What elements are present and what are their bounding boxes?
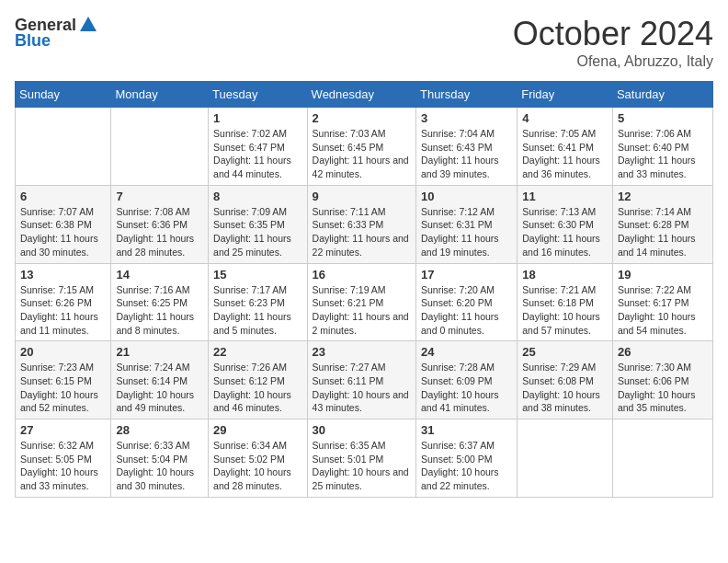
- day-number: 4: [522, 111, 608, 125]
- day-cell: 15Sunrise: 7:17 AM Sunset: 6:23 PM Dayli…: [209, 263, 307, 341]
- day-info: Sunrise: 7:30 AM Sunset: 6:06 PM Dayligh…: [618, 361, 708, 415]
- day-cell: [111, 108, 209, 186]
- day-number: 14: [116, 268, 203, 282]
- day-number: 2: [313, 111, 411, 125]
- day-info: Sunrise: 7:05 AM Sunset: 6:41 PM Dayligh…: [522, 127, 608, 181]
- column-header-thursday: Thursday: [415, 82, 517, 108]
- day-cell: 6Sunrise: 7:07 AM Sunset: 6:38 PM Daylig…: [16, 185, 111, 263]
- day-number: 8: [213, 190, 301, 203]
- week-row-4: 20Sunrise: 7:23 AM Sunset: 6:15 PM Dayli…: [16, 341, 713, 419]
- column-header-tuesday: Tuesday: [209, 82, 307, 108]
- day-cell: 7Sunrise: 7:08 AM Sunset: 6:36 PM Daylig…: [111, 185, 209, 263]
- day-info: Sunrise: 7:16 AM Sunset: 6:25 PM Dayligh…: [116, 283, 203, 338]
- day-cell: 20Sunrise: 7:23 AM Sunset: 6:15 PM Dayli…: [16, 341, 111, 419]
- week-row-3: 13Sunrise: 7:15 AM Sunset: 6:26 PM Dayli…: [16, 263, 713, 341]
- day-info: Sunrise: 7:04 AM Sunset: 6:43 PM Dayligh…: [421, 127, 512, 181]
- day-info: Sunrise: 7:07 AM Sunset: 6:38 PM Dayligh…: [20, 205, 106, 259]
- day-number: 17: [421, 268, 512, 282]
- day-info: Sunrise: 7:23 AM Sunset: 6:15 PM Dayligh…: [20, 361, 106, 415]
- day-info: Sunrise: 7:03 AM Sunset: 6:45 PM Dayligh…: [313, 127, 411, 181]
- day-info: Sunrise: 6:35 AM Sunset: 5:01 PM Dayligh…: [313, 439, 411, 493]
- day-number: 29: [213, 423, 301, 437]
- day-info: Sunrise: 7:15 AM Sunset: 6:26 PM Dayligh…: [20, 283, 106, 338]
- header-row: SundayMondayTuesdayWednesdayThursdayFrid…: [16, 82, 713, 108]
- day-info: Sunrise: 7:11 AM Sunset: 6:33 PM Dayligh…: [313, 205, 411, 259]
- day-info: Sunrise: 7:13 AM Sunset: 6:30 PM Dayligh…: [522, 205, 608, 259]
- day-cell: 30Sunrise: 6:35 AM Sunset: 5:01 PM Dayli…: [307, 419, 415, 498]
- day-number: 10: [421, 190, 512, 203]
- day-number: 18: [522, 268, 608, 282]
- day-cell: 19Sunrise: 7:22 AM Sunset: 6:17 PM Dayli…: [612, 263, 712, 341]
- logo-icon: [78, 15, 98, 35]
- day-info: Sunrise: 7:20 AM Sunset: 6:20 PM Dayligh…: [421, 283, 512, 338]
- column-header-sunday: Sunday: [16, 82, 111, 108]
- day-cell: 29Sunrise: 6:34 AM Sunset: 5:02 PM Dayli…: [209, 419, 307, 498]
- day-info: Sunrise: 6:37 AM Sunset: 5:00 PM Dayligh…: [421, 439, 512, 493]
- column-header-saturday: Saturday: [612, 82, 712, 108]
- day-cell: 26Sunrise: 7:30 AM Sunset: 6:06 PM Dayli…: [612, 341, 712, 419]
- day-info: Sunrise: 7:06 AM Sunset: 6:40 PM Dayligh…: [618, 127, 708, 181]
- day-cell: 4Sunrise: 7:05 AM Sunset: 6:41 PM Daylig…: [518, 108, 613, 186]
- day-number: 19: [618, 268, 708, 282]
- day-info: Sunrise: 7:22 AM Sunset: 6:17 PM Dayligh…: [618, 283, 708, 338]
- day-info: Sunrise: 7:12 AM Sunset: 6:31 PM Dayligh…: [421, 205, 512, 259]
- title-area: October 2024 Ofena, Abruzzo, Italy: [513, 15, 713, 70]
- day-number: 27: [20, 423, 106, 437]
- day-number: 20: [20, 345, 106, 359]
- day-cell: 1Sunrise: 7:02 AM Sunset: 6:47 PM Daylig…: [209, 108, 307, 186]
- day-cell: 28Sunrise: 6:33 AM Sunset: 5:04 PM Dayli…: [111, 419, 209, 498]
- day-cell: 18Sunrise: 7:21 AM Sunset: 6:18 PM Dayli…: [518, 263, 613, 341]
- day-number: 16: [313, 268, 411, 282]
- day-number: 9: [313, 190, 411, 203]
- day-number: 13: [20, 268, 106, 282]
- page-header: General Blue October 2024 Ofena, Abruzzo…: [15, 15, 713, 70]
- day-cell: 2Sunrise: 7:03 AM Sunset: 6:45 PM Daylig…: [307, 108, 415, 186]
- day-cell: 10Sunrise: 7:12 AM Sunset: 6:31 PM Dayli…: [415, 185, 517, 263]
- day-cell: 27Sunrise: 6:32 AM Sunset: 5:05 PM Dayli…: [16, 419, 111, 498]
- day-cell: 12Sunrise: 7:14 AM Sunset: 6:28 PM Dayli…: [612, 185, 712, 263]
- day-info: Sunrise: 7:26 AM Sunset: 6:12 PM Dayligh…: [213, 361, 301, 415]
- day-info: Sunrise: 7:28 AM Sunset: 6:09 PM Dayligh…: [421, 361, 512, 415]
- day-cell: 8Sunrise: 7:09 AM Sunset: 6:35 PM Daylig…: [209, 185, 307, 263]
- day-cell: [612, 419, 712, 498]
- day-number: 3: [421, 111, 512, 125]
- day-info: Sunrise: 6:34 AM Sunset: 5:02 PM Dayligh…: [213, 439, 301, 493]
- day-info: Sunrise: 7:14 AM Sunset: 6:28 PM Dayligh…: [618, 205, 708, 259]
- day-number: 23: [313, 345, 411, 359]
- day-info: Sunrise: 7:24 AM Sunset: 6:14 PM Dayligh…: [116, 361, 203, 415]
- day-info: Sunrise: 7:27 AM Sunset: 6:11 PM Dayligh…: [313, 361, 411, 415]
- logo: General Blue: [15, 15, 98, 51]
- day-info: Sunrise: 7:29 AM Sunset: 6:08 PM Dayligh…: [522, 361, 608, 415]
- svg-marker-0: [80, 17, 97, 31]
- day-number: 15: [213, 268, 301, 282]
- day-cell: 11Sunrise: 7:13 AM Sunset: 6:30 PM Dayli…: [518, 185, 613, 263]
- day-cell: 21Sunrise: 7:24 AM Sunset: 6:14 PM Dayli…: [111, 341, 209, 419]
- calendar-body: 1Sunrise: 7:02 AM Sunset: 6:47 PM Daylig…: [16, 108, 713, 498]
- day-info: Sunrise: 6:32 AM Sunset: 5:05 PM Dayligh…: [20, 439, 106, 493]
- day-info: Sunrise: 7:09 AM Sunset: 6:35 PM Dayligh…: [213, 205, 301, 259]
- day-number: 1: [213, 111, 301, 125]
- day-number: 12: [618, 190, 708, 203]
- day-number: 5: [618, 111, 708, 125]
- day-cell: 31Sunrise: 6:37 AM Sunset: 5:00 PM Dayli…: [415, 419, 517, 498]
- day-cell: 3Sunrise: 7:04 AM Sunset: 6:43 PM Daylig…: [415, 108, 517, 186]
- day-number: 30: [313, 423, 411, 437]
- day-number: 11: [522, 190, 608, 203]
- day-info: Sunrise: 7:17 AM Sunset: 6:23 PM Dayligh…: [213, 283, 301, 338]
- day-number: 22: [213, 345, 301, 359]
- column-header-monday: Monday: [111, 82, 209, 108]
- day-info: Sunrise: 7:08 AM Sunset: 6:36 PM Dayligh…: [116, 205, 203, 259]
- day-cell: 23Sunrise: 7:27 AM Sunset: 6:11 PM Dayli…: [307, 341, 415, 419]
- day-info: Sunrise: 6:33 AM Sunset: 5:04 PM Dayligh…: [116, 439, 203, 493]
- column-header-wednesday: Wednesday: [307, 82, 415, 108]
- day-cell: 24Sunrise: 7:28 AM Sunset: 6:09 PM Dayli…: [415, 341, 517, 419]
- day-cell: 9Sunrise: 7:11 AM Sunset: 6:33 PM Daylig…: [307, 185, 415, 263]
- calendar-table: SundayMondayTuesdayWednesdayThursdayFrid…: [15, 81, 713, 498]
- day-info: Sunrise: 7:21 AM Sunset: 6:18 PM Dayligh…: [522, 283, 608, 338]
- day-number: 25: [522, 345, 608, 359]
- week-row-1: 1Sunrise: 7:02 AM Sunset: 6:47 PM Daylig…: [16, 108, 713, 186]
- logo-blue: Blue: [15, 31, 51, 51]
- day-cell: 5Sunrise: 7:06 AM Sunset: 6:40 PM Daylig…: [612, 108, 712, 186]
- column-header-friday: Friday: [518, 82, 613, 108]
- day-number: 6: [20, 190, 106, 203]
